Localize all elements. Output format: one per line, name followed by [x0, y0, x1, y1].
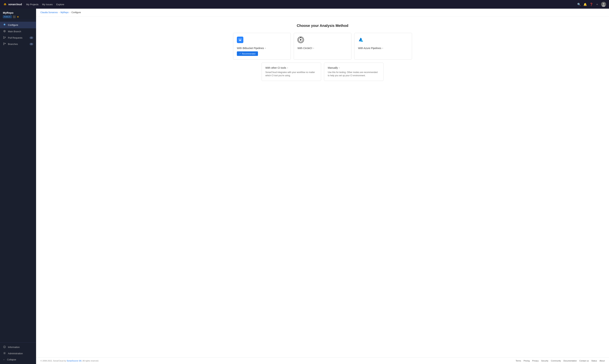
favorite-star-icon[interactable]: ★: [17, 15, 19, 18]
sidebar-badges: PUBLIC ⬛ ★: [3, 15, 33, 18]
app-body: MyRepo PUBLIC ⬛ ★ Configure: [0, 9, 609, 364]
bitbucket-icon: [237, 37, 287, 45]
svg-point-13: [3, 44, 4, 45]
sidebar: MyRepo PUBLIC ⬛ ★ Configure: [0, 9, 36, 364]
footer: © 2008-2022, SonarCloud by SonarSource S…: [36, 357, 609, 364]
svg-point-11: [5, 37, 6, 38]
analysis-methods-top-row: With Bitbucket Pipelines › ✓ Recommended: [40, 33, 605, 60]
circleci-label: With CircleCI ›: [297, 47, 348, 50]
breadcrumb-current: Configure: [71, 11, 81, 14]
bitbucket-badge-icon: ⬛: [13, 15, 16, 18]
breadcrumb-sep-1: ›: [59, 11, 59, 14]
main-content: Claudia Sonarova › MyRepo › Configure Ch…: [36, 9, 609, 364]
page-body: Choose your Analysis Method: [36, 16, 609, 357]
manually-label: Manually ›: [328, 66, 380, 69]
create-button[interactable]: ＋: [596, 2, 598, 6]
nav-my-projects[interactable]: My Projects: [26, 3, 39, 6]
administration-icon: [3, 352, 6, 355]
sidebar-item-administration[interactable]: Administration: [0, 350, 36, 357]
footer-link-documentation[interactable]: Documentation: [563, 360, 577, 362]
sidebar-nav: Configure Main Branch: [0, 20, 36, 183]
configure-icon: [3, 23, 6, 27]
svg-point-10: [3, 38, 4, 39]
help-button[interactable]: ❓: [590, 3, 593, 6]
other-ci-arrow-icon: ›: [287, 66, 288, 69]
search-button[interactable]: 🔍: [577, 3, 581, 6]
top-navigation: sonarcloud My Projects My Issues Explore…: [0, 0, 609, 9]
footer-link-community[interactable]: Community: [551, 360, 561, 362]
azure-arrow-icon: ›: [382, 47, 383, 49]
breadcrumb: Claudia Sonarova › MyRepo › Configure: [36, 9, 609, 16]
footer-link-status[interactable]: Status: [591, 360, 597, 362]
nav-my-issues[interactable]: My Issues: [42, 3, 53, 6]
public-badge: PUBLIC: [3, 15, 12, 18]
footer-link-contact-us[interactable]: Contact us: [579, 360, 589, 362]
breadcrumb-user[interactable]: Claudia Sonarova: [40, 11, 58, 14]
page-title: Choose your Analysis Method: [40, 24, 605, 28]
information-label: Information: [8, 346, 33, 349]
footer-links: Terms Pricing Privacy Security Community…: [516, 360, 605, 362]
card-other-ci[interactable]: With other CI tools › SonarCloud integra…: [262, 63, 321, 81]
administration-label: Administration: [8, 352, 33, 355]
sonar-source-link[interactable]: SonarSource SA: [67, 360, 81, 362]
logo-text: sonarcloud: [8, 3, 22, 6]
card-circleci[interactable]: With CircleCI ›: [294, 33, 351, 60]
sidebar-item-information[interactable]: Information: [0, 344, 36, 350]
manually-arrow-icon: ›: [339, 66, 340, 69]
collapse-icon: ←: [3, 358, 5, 361]
pull-requests-label: Pull Requests: [8, 36, 28, 39]
pull-requests-badge: 0: [30, 37, 33, 39]
sidebar-collapse-button[interactable]: ← Collapse: [0, 357, 36, 363]
branches-badge: 0: [30, 43, 33, 45]
card-azure[interactable]: With Azure Pipelines ›: [354, 33, 412, 60]
nav-right-actions: 🔍 🔔 ❓ ＋: [577, 2, 606, 7]
user-avatar[interactable]: [601, 2, 606, 7]
nav-explore[interactable]: Explore: [56, 3, 64, 6]
footer-link-pricing[interactable]: Pricing: [524, 360, 530, 362]
analysis-methods-bottom-row: With other CI tools › SonarCloud integra…: [40, 63, 605, 81]
footer-link-terms[interactable]: Terms: [516, 360, 521, 362]
other-ci-label: With other CI tools ›: [265, 66, 317, 69]
pull-requests-icon: [3, 36, 6, 39]
recommended-badge: ✓ Recommended: [237, 51, 258, 56]
svg-point-3: [5, 3, 6, 4]
information-icon: [3, 346, 6, 349]
manually-description: Use this for testing. Other modes are re…: [328, 71, 380, 77]
bitbucket-arrow-icon: ›: [265, 47, 266, 49]
azure-icon: [358, 37, 408, 45]
svg-point-21: [300, 39, 302, 40]
main-branch-icon: [3, 30, 6, 33]
footer-link-security[interactable]: Security: [541, 360, 548, 362]
nav-links: My Projects My Issues Explore: [26, 3, 573, 6]
configure-label: Configure: [8, 24, 33, 26]
svg-point-9: [3, 36, 4, 37]
footer-link-privacy[interactable]: Privacy: [532, 360, 539, 362]
svg-point-5: [603, 3, 605, 5]
card-bitbucket[interactable]: With Bitbucket Pipelines › ✓ Recommended: [233, 33, 291, 60]
sidebar-item-branches[interactable]: Branches 0: [0, 41, 36, 47]
sidebar-item-configure[interactable]: Configure: [0, 22, 36, 28]
notifications-button[interactable]: 🔔: [583, 3, 587, 6]
circleci-arrow-icon: ›: [313, 47, 314, 49]
logo[interactable]: sonarcloud: [3, 2, 22, 6]
svg-point-8: [4, 31, 5, 32]
footer-copyright: © 2008-2022, SonarCloud by SonarSource S…: [40, 360, 516, 362]
card-manually[interactable]: Manually › Use this for testing. Other m…: [324, 63, 384, 81]
svg-point-17: [4, 353, 5, 354]
recommended-check-icon: ✓: [239, 52, 241, 55]
sidebar-item-main-branch[interactable]: Main Branch: [0, 28, 36, 35]
branches-label: Branches: [8, 43, 28, 45]
branches-icon: [3, 42, 6, 46]
svg-point-16: [4, 346, 5, 347]
circleci-icon: [297, 37, 348, 45]
sidebar-project: MyRepo PUBLIC ⬛ ★: [0, 9, 36, 20]
breadcrumb-repo[interactable]: MyRepo: [60, 11, 68, 14]
breadcrumb-sep-2: ›: [70, 11, 70, 14]
sidebar-item-pull-requests[interactable]: Pull Requests 0: [0, 35, 36, 41]
project-name: MyRepo: [3, 11, 33, 14]
sidebar-bottom: Information Administration ← Collapse: [0, 342, 36, 364]
other-ci-description: SonarCloud integrates with your workflow…: [265, 71, 317, 77]
bitbucket-label: With Bitbucket Pipelines ›: [237, 47, 287, 50]
svg-point-22: [300, 37, 301, 38]
footer-link-about[interactable]: About: [599, 360, 605, 362]
